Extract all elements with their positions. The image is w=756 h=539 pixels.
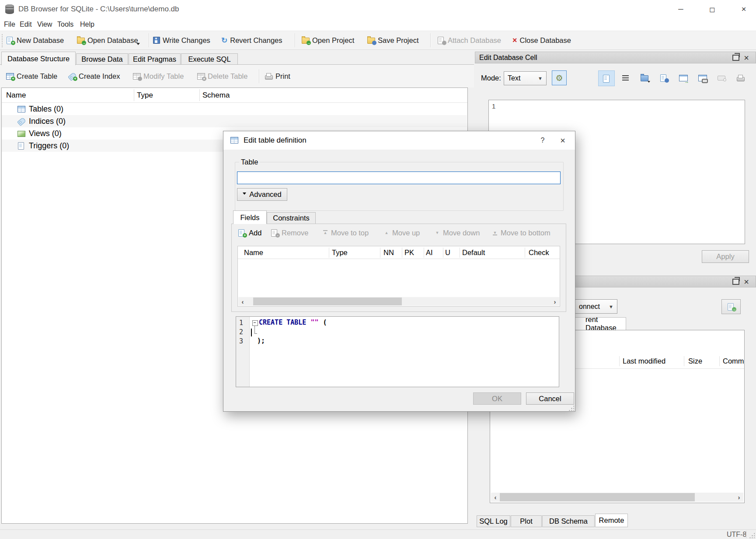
new-database-button[interactable]: + New Database — [6, 31, 64, 49]
dialog-close-icon[interactable]: × — [552, 134, 573, 147]
revert-changes-icon: ↻ — [221, 37, 227, 44]
open-database-button[interactable]: → Open Database — [77, 31, 138, 49]
line-number: 1 — [239, 319, 243, 327]
tab-edit-pragmas[interactable]: Edit Pragmas — [129, 53, 181, 65]
tree-row-tables[interactable]: Tables (0) — [2, 103, 467, 115]
float-panel-icon[interactable] — [731, 277, 741, 287]
tab-db-schema[interactable]: DB Schema — [542, 515, 595, 527]
field-column-default[interactable]: Default — [462, 246, 485, 259]
fields-table-hscrollbar[interactable]: ‹ › — [238, 297, 559, 306]
sql-line-1: CREATE TABLE""( — [259, 318, 327, 326]
tree-header-name[interactable]: Name — [6, 88, 26, 102]
divider — [149, 33, 150, 47]
scroll-right-icon[interactable]: › — [550, 298, 559, 305]
divider — [295, 33, 296, 47]
menu-tools[interactable]: Tools — [54, 18, 77, 31]
tree-header-type[interactable]: Type — [137, 88, 153, 102]
cancel-button[interactable]: Cancel — [526, 392, 574, 405]
divider — [719, 356, 720, 366]
column-header-commit[interactable]: Comm — [723, 355, 744, 367]
sql-preview-editor[interactable]: 1 2 3 CREATE TABLE""( ); — [236, 316, 559, 387]
mode-select[interactable]: Text ▼ — [504, 71, 547, 85]
text-mode-button[interactable] — [598, 70, 615, 86]
field-column-ai[interactable]: AI — [426, 246, 433, 259]
auto-format-toggle[interactable]: ⚙ — [552, 70, 567, 85]
divider — [424, 248, 424, 258]
tree-row-indices[interactable]: Indices (0) — [2, 115, 467, 127]
advanced-button[interactable]: Advanced — [237, 188, 287, 201]
print-button[interactable]: Print — [265, 65, 290, 88]
menu-file[interactable]: File — [1, 18, 18, 31]
export-data-button[interactable] — [656, 70, 672, 85]
field-column-check[interactable]: Check — [529, 246, 549, 259]
write-changes-button[interactable]: Write Changes — [153, 31, 210, 49]
tab-browse-data[interactable]: Browse Data — [76, 53, 128, 65]
table-name-input[interactable] — [237, 172, 561, 184]
minimize-icon[interactable]: ─ — [672, 3, 690, 16]
word-wrap-button[interactable] — [617, 70, 633, 85]
open-in-app-button[interactable]: → — [675, 70, 691, 85]
field-column-nn[interactable]: NN — [383, 246, 394, 259]
tab-remote[interactable]: Remote — [595, 514, 628, 527]
edit-cell-panel-title: Edit Database Cell — [479, 54, 537, 62]
divider — [430, 33, 431, 47]
scroll-left-icon[interactable]: ‹ — [491, 494, 500, 501]
create-table-button[interactable]: + Create Table — [6, 65, 57, 88]
field-column-name[interactable]: Name — [244, 246, 263, 259]
open-project-button[interactable]: → Open Project — [302, 31, 354, 49]
field-column-u[interactable]: U — [445, 246, 450, 259]
open-file-icon — [641, 74, 648, 81]
scroll-left-icon[interactable]: ‹ — [238, 298, 247, 305]
menu-edit[interactable]: Edit — [17, 18, 35, 31]
tab-database-structure[interactable]: Database Structure — [1, 52, 76, 65]
link-cell-button[interactable] — [694, 70, 710, 85]
toolbar-handle[interactable] — [2, 34, 3, 47]
column-header-last-modified[interactable]: Last modified — [623, 355, 665, 367]
upload-icon: → — [727, 303, 735, 310]
edit-table-dialog: Edit table definition ? × Table Advanced… — [223, 131, 575, 412]
scrollbar-thumb[interactable] — [500, 493, 695, 501]
maximize-icon[interactable]: ◻ — [704, 3, 721, 16]
close-panel-icon[interactable]: × — [741, 277, 752, 287]
dialog-titlebar: Edit table definition ? × — [223, 131, 575, 150]
add-field-button[interactable]: + Add — [238, 227, 261, 238]
column-header-size[interactable]: Size — [688, 355, 702, 367]
attach-database-icon — [437, 37, 445, 44]
field-column-type[interactable]: Type — [332, 246, 348, 259]
close-icon[interactable]: × — [735, 3, 753, 16]
scroll-right-icon[interactable]: › — [735, 494, 743, 501]
field-column-pk[interactable]: PK — [404, 246, 414, 259]
import-data-button[interactable] — [637, 70, 652, 85]
close-database-button[interactable]: × Close Database — [512, 31, 571, 49]
tab-fields[interactable]: Fields — [233, 210, 267, 224]
chevron-down-icon: ▼ — [609, 304, 613, 309]
encoding-indicator[interactable]: UTF-8 — [727, 531, 746, 539]
help-icon[interactable]: ? — [533, 134, 552, 147]
close-panel-icon[interactable]: × — [741, 53, 752, 63]
code-fold-icon[interactable] — [252, 320, 258, 326]
sql-line-3: ); — [257, 337, 265, 345]
revert-changes-button[interactable]: ↻ Revert Changes — [221, 31, 282, 49]
tables-icon — [17, 105, 25, 112]
window-resize-grip[interactable] — [749, 532, 755, 538]
tab-plot[interactable]: Plot — [511, 515, 542, 527]
divider — [329, 248, 329, 258]
save-project-icon — [367, 37, 375, 44]
print-cell-button[interactable] — [733, 70, 749, 85]
tree-header-schema[interactable]: Schema — [202, 88, 230, 102]
open-database-dropdown-icon[interactable] — [136, 43, 140, 47]
tab-constraints[interactable]: Constraints — [267, 212, 316, 224]
push-database-button[interactable]: → — [721, 299, 741, 314]
save-project-button[interactable]: Save Project — [367, 31, 419, 49]
tab-execute-sql[interactable]: Execute SQL — [181, 53, 238, 65]
float-panel-icon[interactable] — [731, 53, 741, 63]
menu-help[interactable]: Help — [77, 18, 98, 31]
scrollbar-thumb[interactable] — [253, 298, 402, 305]
remote-table-hscrollbar[interactable]: ‹ › — [491, 493, 743, 502]
dialog-resize-grip[interactable] — [568, 405, 574, 411]
create-table-icon: + — [6, 73, 14, 80]
menu-view[interactable]: View — [34, 18, 55, 31]
create-index-button[interactable]: + Create Index — [68, 65, 120, 88]
move-down-button: ▼ Move down — [435, 227, 480, 238]
tab-sql-log[interactable]: SQL Log — [477, 515, 510, 527]
